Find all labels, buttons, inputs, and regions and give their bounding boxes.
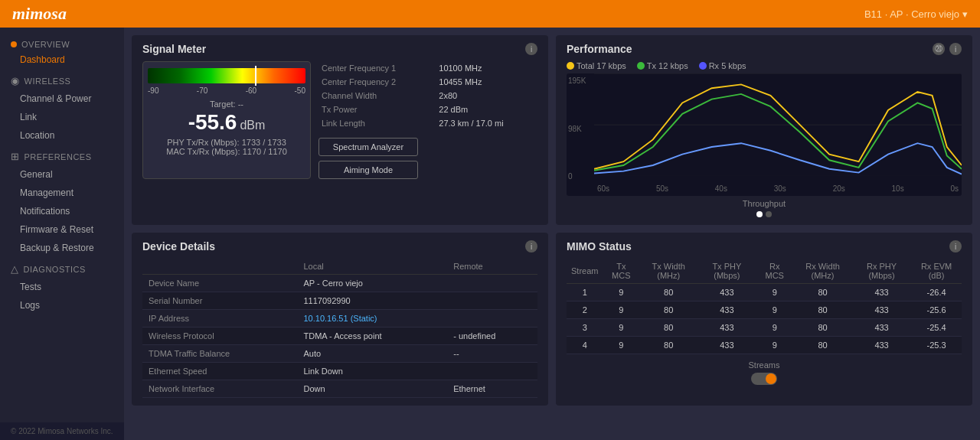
rx-line xyxy=(594,143,962,174)
gauge-phy: PHY Tx/Rx (Mbps): 1733 / 1733 xyxy=(167,138,286,147)
row-label: TDMA Traffic Balance xyxy=(142,345,297,363)
col-remote: Remote xyxy=(447,259,537,275)
row-remote xyxy=(447,292,537,310)
x-label-10s: 10s xyxy=(892,184,904,193)
aiming-mode-button[interactable]: Aiming Mode xyxy=(318,161,418,179)
legend-item: Tx 12 kbps xyxy=(637,61,688,70)
sidebar-item-notifications[interactable]: Notifications xyxy=(0,202,124,220)
mimo-status-title: MIMO Status xyxy=(567,240,632,253)
toggle-thumb xyxy=(766,373,776,384)
chart-dot-1[interactable] xyxy=(756,211,763,217)
spectrum-analyzer-button[interactable]: Spectrum Analyzer xyxy=(318,138,418,156)
signal-meter-body: -90 -70 -60 -50 Target: -- -55.6 dBm P xyxy=(142,61,537,179)
x-label-40s: 40s xyxy=(715,184,727,193)
row-label: Device Name xyxy=(142,275,297,292)
legend-item: Rx 5 kbps xyxy=(699,61,746,70)
gauge-label-90: -90 xyxy=(148,86,158,95)
mimo-table: StreamTx MCSTx Width (MHz)Tx PHY (Mbps)R… xyxy=(567,259,962,354)
legend-dot xyxy=(567,62,574,70)
mimo-col-header: Rx Width (MHz) xyxy=(793,259,852,284)
main-content: Signal Meter i -90 -70 -60 -50 Target: xyxy=(124,28,980,440)
mimo-status-info-icon[interactable]: i xyxy=(949,240,962,253)
gauge-label-60: -60 xyxy=(246,86,256,95)
row-remote: - undefined xyxy=(447,328,537,345)
performance-chart-svg xyxy=(594,73,962,176)
row-remote xyxy=(447,310,537,328)
table-row: Device NameAP - Cerro viejo xyxy=(142,275,537,292)
sidebar-item-dashboard[interactable]: Dashboard xyxy=(0,51,124,69)
y-label-195k: 195K xyxy=(568,77,591,85)
mimo-col-header: Tx MCS xyxy=(603,259,639,284)
gauge-label-70: -70 xyxy=(197,86,207,95)
gauge-unit: dBm xyxy=(240,119,265,132)
app-body: OVERVIEW Dashboard ◉ WIRELESS Channel & … xyxy=(0,28,980,440)
overview-dot xyxy=(11,41,17,47)
x-label-30s: 30s xyxy=(774,184,786,193)
legend-dot xyxy=(637,62,645,70)
list-item: 4980433980433-25.3 xyxy=(567,337,962,354)
mimo-col-header: Tx PHY (Mbps) xyxy=(697,259,756,284)
row-label: Ethernet Speed xyxy=(142,363,297,380)
signal-params: Center Frequency 110100 MHzCenter Freque… xyxy=(318,61,537,179)
sidebar-item-channel-power[interactable]: Channel & Power xyxy=(0,90,124,108)
gauge-target: Target: -- xyxy=(210,99,243,109)
chart-y-labels: 195K 98K 0 xyxy=(567,73,594,181)
gauge-labels: -90 -70 -60 -50 xyxy=(148,86,305,95)
legend-label: Total 17 kbps xyxy=(577,61,626,70)
dropdown-icon[interactable]: ▾ xyxy=(962,8,968,20)
signal-param-row: Channel Width2x80 xyxy=(318,89,537,103)
wireless-icon: ◉ xyxy=(11,75,20,86)
sidebar-item-management[interactable]: Management xyxy=(0,184,124,202)
performance-info-icon[interactable]: i xyxy=(949,43,962,55)
streams-toggle[interactable] xyxy=(751,373,777,385)
performance-users-icon[interactable]: ⑳ xyxy=(933,43,945,55)
device-details-info-icon[interactable]: i xyxy=(525,240,537,253)
y-label-0: 0 xyxy=(568,172,591,181)
sidebar-item-location[interactable]: Location xyxy=(0,126,124,145)
device-details-header: Device Details i xyxy=(142,240,537,253)
row-label: Serial Number xyxy=(142,292,297,310)
mimo-col-header: Rx MCS xyxy=(756,259,793,284)
col-local: Local xyxy=(297,259,447,275)
legend-item: Total 17 kbps xyxy=(567,61,626,70)
mimo-col-header: Stream xyxy=(567,259,603,284)
sidebar-item-backup-restore[interactable]: Backup & Restore xyxy=(0,239,124,257)
mimo-col-header: Rx PHY (Mbps) xyxy=(852,259,911,284)
device-selector[interactable]: B11 · AP · Cerro viejo ▾ xyxy=(864,8,968,20)
sidebar-section-wireless: ◉ WIRELESS xyxy=(0,69,124,90)
row-label: Wireless Protocol xyxy=(142,328,297,345)
table-row: Wireless ProtocolTDMA - Access point- un… xyxy=(142,328,537,345)
sidebar-item-general[interactable]: General xyxy=(0,165,124,184)
preferences-icon: ⊞ xyxy=(11,151,20,162)
toggle-container xyxy=(567,373,962,385)
gauge-needle xyxy=(255,66,256,86)
sidebar-item-logs[interactable]: Logs xyxy=(0,296,124,315)
table-row: Serial Number1117092990 xyxy=(142,292,537,310)
row-local: 10.10.16.51 (Static) xyxy=(297,310,447,328)
performance-header-icons: ⑳ i xyxy=(933,43,962,55)
gauge-scale xyxy=(148,68,305,83)
legend-dot xyxy=(699,62,707,70)
signal-meter-info-icon[interactable]: i xyxy=(525,43,537,55)
signal-meter-title: Signal Meter xyxy=(142,43,206,55)
row-local: Link Down xyxy=(297,363,447,380)
chart-dot-2[interactable] xyxy=(766,211,772,217)
footer-copyright: © 2022 Mimosa Networks Inc. xyxy=(0,422,124,440)
row-local: AP - Cerro viejo xyxy=(297,275,447,292)
x-label-50s: 50s xyxy=(656,184,668,193)
sidebar-item-firmware-reset[interactable]: Firmware & Reset xyxy=(0,220,124,239)
row-label: Network Interface xyxy=(142,380,297,398)
sidebar-item-tests[interactable]: Tests xyxy=(0,278,124,296)
mimo-col-header: Rx EVM (dB) xyxy=(911,259,962,284)
sidebar-item-link[interactable]: Link xyxy=(0,108,124,126)
row-local: TDMA - Access point xyxy=(297,328,447,345)
sidebar-section-preferences: ⊞ PREFERENCES xyxy=(0,145,124,165)
sidebar-section-overview: OVERVIEW xyxy=(0,35,124,51)
table-row: IP Address10.10.16.51 (Static) xyxy=(142,310,537,328)
row-local: Auto xyxy=(297,345,447,363)
signal-param-row: Center Frequency 110100 MHz xyxy=(318,61,537,75)
legend-label: Rx 5 kbps xyxy=(709,61,746,70)
mimo-status-card: MIMO Status i StreamTx MCSTx Width (MHz)… xyxy=(556,233,972,406)
gauge-label-50: -50 xyxy=(295,86,305,95)
diagnostics-icon: △ xyxy=(11,263,19,275)
